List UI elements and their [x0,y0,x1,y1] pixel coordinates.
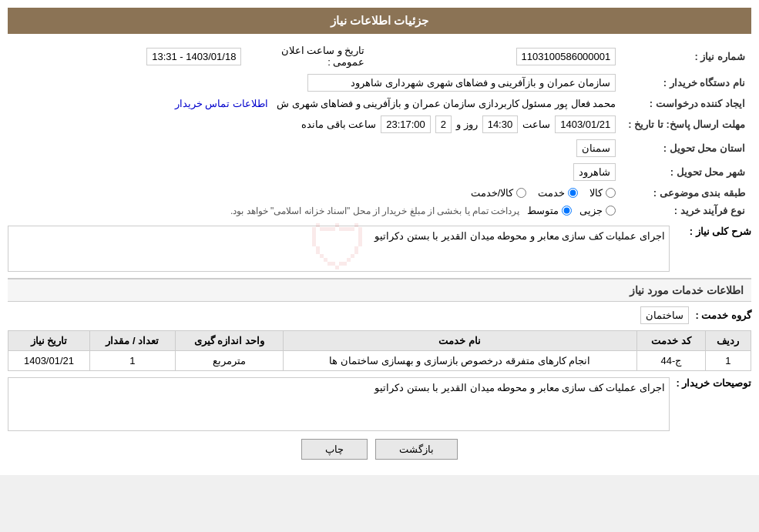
col-qty: تعداد / مقدار [90,331,176,351]
col-date: تاریخ نیاز [8,331,90,351]
tabaqe-kalakhedmat-label: کالا/خدمت [471,187,514,199]
grooh-row: گروه خدمت : ساختمان [8,306,751,324]
ostan-value: سمنان [576,139,616,157]
mohlat-rooz-value: 2 [435,115,452,133]
sharh-label: شرح کلی نیاز : [674,226,751,237]
shahr-label: شهر محل تحویل : [622,160,751,184]
shahr-value: شاهرود [573,163,616,181]
mohlat-row: 1403/01/21 ساعت 14:30 روز و 2 23:17:00 س… [14,115,616,133]
name-dastgah-value: سازمان عمران و بازآفرینی و فضاهای شهری ش… [307,74,616,92]
service-table: ردیف کد خدمت نام خدمت واحد اندازه گیری ت… [8,330,751,371]
tabaqe-kala-radio[interactable] [606,188,616,198]
col-unit: واحد اندازه گیری [175,331,283,351]
mohlat-label: مهلت ارسال پاسخ: تا تاریخ : [622,112,751,136]
col-radif: ردیف [705,331,751,351]
tarikhe-elan-label: تاریخ و ساعت اعلان عمومی : [247,42,371,71]
ijad-konande-value: محمد فعال پور مسئول کاربردازی سازمان عمر… [277,98,616,109]
print-button[interactable]: چاپ [301,439,368,460]
tabaqe-khedmat: خدمت [538,187,578,199]
tabaqe-kala-label: کالا [589,187,603,199]
cell-code: ج-44 [637,351,706,371]
ostan-label: استان محل تحویل : [622,136,751,160]
tosif-value: اجرای عملیات کف سازی معابر و محوطه میدان… [8,377,670,431]
tosif-label: توصیحات خریدار : [674,377,751,389]
table-row: 1 ج-44 انجام کارهای متفرقه درخصوص بازساز… [8,351,751,371]
col-code: کد خدمت [637,331,706,351]
grooh-khedmat-value: ساختمان [640,306,689,324]
back-button[interactable]: بازگشت [375,439,458,460]
farande-motavasset-label: متوسط [527,205,559,216]
farande-motavasset-radio[interactable] [562,206,572,216]
tabaqe-kalakhedmat-radio[interactable] [516,188,526,198]
farande-jozi-radio[interactable] [606,206,616,216]
col-name: نام خدمت [283,331,636,351]
tabaqe-khedmat-label: خدمت [538,187,565,199]
tabaqe-khedmat-radio[interactable] [568,188,578,198]
ettelaat-tamas-link[interactable]: اطلاعات تماس خریدار [175,98,268,109]
cell-date: 1403/01/21 [8,351,90,371]
tabaqe-label: طبقه بندی موضوعی : [622,184,751,202]
ijad-konande-label: ایجاد کننده درخواست : [622,95,751,112]
tarikhe-elan-value: 1403/01/18 - 13:31 [146,48,241,65]
farande-jozi-label: جزیی [579,205,603,216]
grooh-khedmat-label: گروه خدمت : [695,309,751,321]
mohlat-remaining-value: 23:17:00 [381,115,431,133]
tabaqe-group: کالا خدمت کالا/خدمت [14,187,616,199]
farande-label: نوع فرآیند خرید : [622,202,751,219]
mohlat-date: 1403/01/21 [555,115,616,133]
cell-qty: 1 [90,351,176,371]
farande-jozi: جزیی [579,205,616,216]
farande-group: جزیی متوسط پرداخت تمام یا بخشی از مبلغ خ… [14,205,616,216]
cell-radif: 1 [705,351,751,371]
shenare-niaz-label: شماره نیاز : [622,42,751,71]
tabaqe-kala-khedmat: کالا/خدمت [471,187,527,199]
farande-note: پرداخت تمام یا بخشی از مبلغ خریدار از مح… [230,206,519,216]
mohlat-saat-label: ساعت [522,119,550,130]
farande-motavasset: متوسط [527,205,572,216]
sharh-value: اجرای عملیات کف سازی معابر و محوطه میدان… [8,226,670,272]
page-title: جزئیات اطلاعات نیاز [8,8,751,34]
service-info-title: اطلاعات خدمات مورد نیاز [8,278,751,302]
mohlat-saat-value: 14:30 [482,115,519,133]
name-dastgah-label: نام دستگاه خریدار : [622,71,751,95]
shenare-niaz-value: 1103100586000001 [516,48,616,65]
tabaqe-kala: کالا [589,187,616,199]
tosif-section: توصیحات خریدار : اجرای عملیات کف سازی مع… [8,377,751,431]
mohlat-remaining-label: ساعت باقی مانده [301,119,376,130]
cell-name: انجام کارهای متفرقه درخصوص بازسازی و بهس… [283,351,636,371]
cell-unit: مترمربع [175,351,283,371]
info-table: شماره نیاز : 1103100586000001 تاریخ و سا… [8,42,751,219]
mohlat-rooz-label: روز و [456,119,478,130]
sharh-section: شرح کلی نیاز : 🛡 اجرای عملیات کف سازی مع… [8,226,751,272]
buttons-row: بازگشت چاپ [8,439,751,460]
